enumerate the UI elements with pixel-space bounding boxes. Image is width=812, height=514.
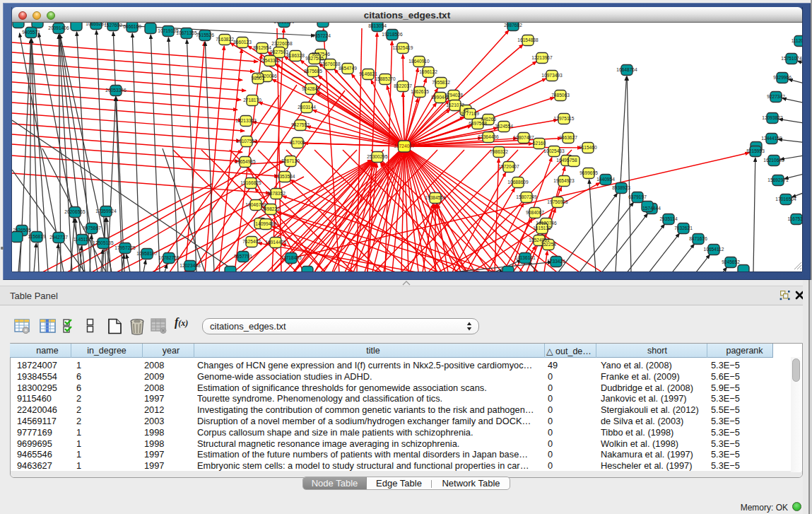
svg-text:19384554: 19384554 [425,195,446,200]
svg-text:6379197: 6379197 [628,194,647,199]
svg-text:9227342: 9227342 [767,94,785,99]
svg-text:9405571: 9405571 [22,30,40,35]
svg-text:1112004: 1112004 [792,38,802,43]
svg-text:9245652: 9245652 [722,259,740,264]
svg-text:11353584: 11353584 [275,174,295,179]
svg-text:19718485: 19718485 [281,255,302,260]
svg-text:6497568: 6497568 [469,121,487,126]
svg-text:15807249: 15807249 [516,194,537,199]
svg-text:7955812: 7955812 [432,80,450,85]
svg-text:2718170: 2718170 [243,98,261,103]
svg-text:14099489: 14099489 [255,221,276,226]
svg-text:1440954: 1440954 [596,177,615,182]
svg-text:9146821: 9146821 [359,71,377,76]
svg-text:16120746: 16120746 [536,221,557,226]
svg-text:8912954: 8912954 [253,45,271,50]
svg-text:7515526: 7515526 [196,33,214,37]
svg-text:19166825: 19166825 [240,180,261,185]
svg-text:10688609: 10688609 [507,180,529,185]
svg-text:9327505: 9327505 [305,56,324,61]
svg-text:8454749: 8454749 [339,66,357,71]
svg-text:8675685: 8675685 [304,69,322,74]
svg-text:16914479: 16914479 [265,240,286,245]
svg-text:15692971: 15692971 [767,177,789,182]
svg-text:1167534: 1167534 [787,216,802,221]
svg-text:8938923: 8938923 [612,185,630,190]
svg-text:25300295: 25300295 [367,154,388,159]
svg-text:9084067: 9084067 [526,210,544,215]
svg-text:2803144: 2803144 [298,105,316,110]
svg-text:7485063: 7485063 [551,93,570,98]
svg-text:9427552: 9427552 [291,122,310,127]
svg-text:10654112: 10654112 [704,247,724,252]
svg-text:9777169: 9777169 [461,111,479,116]
svg-text:8267130: 8267130 [281,158,300,163]
svg-text:1362615: 1362615 [411,89,429,94]
svg-text:12023448: 12023448 [180,263,201,268]
svg-text:20206565: 20206565 [64,209,86,214]
svg-text:98901: 98901 [252,76,265,81]
svg-text:62160: 62160 [533,141,546,146]
svg-text:19654923: 19654923 [553,178,575,183]
svg-text:16782759: 16782759 [158,255,180,260]
svg-text:12093822: 12093822 [762,115,783,120]
svg-text:19218506: 19218506 [382,32,403,37]
svg-text:8813054: 8813054 [368,23,387,28]
svg-text:17957225: 17957225 [114,245,136,250]
svg-text:10107552: 10107552 [236,139,257,144]
svg-text:9657791: 9657791 [234,254,252,259]
svg-text:17359924: 17359924 [95,209,117,214]
svg-text:1145114: 1145114 [73,237,91,242]
svg-text:10543342: 10543342 [259,58,281,63]
svg-text:16648764: 16648764 [616,67,637,72]
svg-text:8471676: 8471676 [689,236,707,241]
svg-text:9975867: 9975867 [83,226,101,230]
svg-text:19654985: 19654985 [235,159,256,164]
svg-text:2526505: 2526505 [13,228,31,233]
svg-text:7625402: 7625402 [242,239,261,244]
svg-text:23676038: 23676038 [319,62,341,66]
svg-text:20091406: 20091406 [48,25,69,30]
svg-text:9329966: 9329966 [773,75,792,80]
svg-text:17016504: 17016504 [775,197,796,201]
svg-text:252254: 252254 [541,242,556,247]
svg-text:18640910: 18640910 [408,59,430,64]
svg-text:12213967: 12213967 [531,55,553,60]
svg-text:3624554: 3624554 [495,124,513,129]
svg-text:8215953: 8215953 [746,148,765,153]
svg-text:8186328: 8186328 [286,53,305,58]
svg-text:12444159: 12444159 [761,136,782,141]
svg-text:16053809: 16053809 [273,23,295,24]
svg-text:1527602: 1527602 [104,23,122,28]
svg-text:11325419: 11325419 [393,45,413,50]
svg-text:1621072: 1621072 [446,103,464,107]
svg-text:7357224: 7357224 [312,33,331,38]
svg-text:10973493: 10973493 [541,73,563,78]
svg-text:18724007: 18724007 [394,144,415,148]
svg-text:19756928: 19756928 [547,199,568,204]
svg-text:7163822: 7163822 [216,37,234,42]
svg-text:14136141: 14136141 [514,255,536,260]
svg-text:9463627: 9463627 [559,135,577,140]
svg-text:15720407: 15720407 [498,164,519,169]
svg-text:10958107: 10958107 [136,251,158,256]
svg-text:2942737: 2942737 [49,235,68,240]
svg-text:12505135: 12505135 [93,240,114,245]
svg-text:7632621: 7632621 [674,226,693,230]
svg-text:12213363: 12213363 [235,118,257,123]
svg-text:16210643: 16210643 [763,158,784,163]
svg-text:1574444: 1574444 [642,206,661,211]
svg-text:8322037: 8322037 [394,83,412,88]
svg-text:9115460: 9115460 [579,145,597,150]
svg-text:1615132: 1615132 [533,226,551,230]
svg-text:15751074: 15751074 [781,56,802,61]
svg-text:9242848: 9242848 [302,86,320,91]
svg-text:1156819: 1156819 [28,234,46,239]
svg-text:12975115: 12975115 [554,116,575,121]
svg-text:10671355: 10671355 [176,30,197,35]
svg-text:1733426: 1733426 [547,259,565,264]
svg-text:8878352: 8878352 [267,191,286,196]
svg-text:16154838: 16154838 [517,37,539,42]
svg-text:23226058: 23226058 [271,41,293,46]
svg-text:9699695: 9699695 [579,170,598,175]
